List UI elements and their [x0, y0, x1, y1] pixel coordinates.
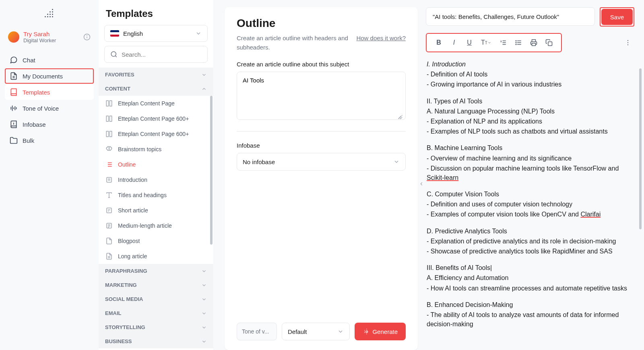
print-button[interactable] [527, 36, 540, 49]
section-business[interactable]: BUSINESS [99, 334, 213, 348]
user-profile[interactable]: Try Sarah Digital Worker [5, 28, 94, 46]
templates-icon [10, 88, 18, 96]
template-etteplan-1[interactable]: Etteplan Content Page [99, 96, 213, 111]
form-title: Outline [237, 17, 406, 30]
nav-tone-label: Tone of Voice [23, 105, 59, 112]
bold-button[interactable]: B [432, 36, 445, 49]
section-content[interactable]: CONTENT [99, 82, 213, 96]
page-icon [105, 115, 113, 123]
app-logo [5, 7, 94, 19]
templates-heading: Templates [99, 0, 213, 25]
svg-line-39 [398, 115, 402, 119]
templates-panel: Templates English FAVORITES CONTENT Ette… [99, 0, 213, 350]
ordered-list-button[interactable] [497, 36, 510, 49]
outline-icon [105, 161, 113, 169]
section-storytelling[interactable]: STORYTELLING [99, 320, 213, 334]
bulk-icon [10, 136, 18, 144]
template-titles[interactable]: Titles and headings [99, 187, 213, 203]
template-introduction[interactable]: Introduction [99, 172, 213, 187]
template-etteplan-3[interactable]: Etteplan Content Page 600+ [99, 126, 213, 142]
svg-point-2 [87, 36, 87, 36]
chevron-down-icon [201, 311, 207, 316]
editor-toolbar: B I U TT [426, 33, 562, 52]
save-button[interactable]: Save [601, 9, 633, 25]
resize-handle[interactable] [398, 113, 402, 117]
svg-point-54 [627, 42, 628, 43]
form-description: Create an article outline with headers a… [237, 34, 348, 52]
chat-icon [10, 56, 18, 64]
template-search[interactable] [104, 46, 208, 63]
page-icon [105, 99, 113, 107]
chevron-down-icon [201, 72, 207, 78]
copy-button[interactable] [543, 36, 555, 49]
chevron-up-icon [201, 86, 207, 92]
section-email[interactable]: EMAIL [99, 306, 213, 320]
section-favorites[interactable]: FAVORITES [99, 68, 213, 82]
infobase-label: Infobase [237, 142, 406, 149]
nav-infobase[interactable]: Infobase [5, 117, 94, 132]
chevron-down-icon [195, 30, 202, 37]
info-icon[interactable] [83, 33, 91, 41]
infobase-icon [10, 120, 18, 128]
page-icon [105, 130, 113, 138]
nav-chat-label: Chat [23, 57, 35, 64]
how-does-it-work-link[interactable]: How does it work? [356, 34, 406, 52]
search-input[interactable] [122, 51, 202, 58]
default-select[interactable]: Default [282, 323, 350, 340]
section-marketing[interactable]: MARKETING [99, 278, 213, 292]
chevron-down-icon [201, 325, 207, 330]
chevron-down-icon [201, 339, 207, 344]
scrollbar[interactable] [210, 96, 213, 245]
subject-label: Create an article outline about this sub… [237, 61, 406, 68]
svg-point-50 [516, 44, 516, 45]
svg-rect-13 [106, 101, 108, 106]
unordered-list-button[interactable] [512, 36, 525, 49]
infobase-select[interactable]: No infobase [237, 153, 406, 171]
magic-icon [363, 328, 369, 335]
underline-button[interactable]: U [463, 36, 476, 49]
template-brainstorm[interactable]: Brainstorm topics [99, 142, 213, 157]
svg-rect-16 [110, 116, 112, 121]
svg-point-48 [516, 41, 516, 41]
nav-bulk[interactable]: Bulk [5, 133, 94, 148]
text-format-button[interactable]: TT [478, 36, 494, 49]
nav-bulk-label: Bulk [23, 137, 34, 144]
svg-point-53 [627, 40, 628, 41]
template-form-panel: Outline Create an article outline with h… [225, 7, 418, 350]
svg-line-40 [400, 117, 402, 119]
template-medium-article[interactable]: Medium-length article [99, 218, 213, 233]
tone-icon [10, 104, 18, 112]
italic-button[interactable]: I [448, 36, 460, 49]
document-title-input[interactable]: "AI tools: Benefits, Challenges, Future … [426, 7, 595, 26]
nav-templates[interactable]: Templates [5, 84, 94, 100]
scrollbar[interactable] [639, 68, 642, 229]
svg-rect-17 [106, 131, 108, 137]
editor-panel: "AI tools: Benefits, Challenges, Future … [418, 0, 644, 350]
file-icon [105, 206, 113, 214]
tone-of-voice-select[interactable]: Tone of v... [237, 323, 277, 340]
save-button-highlight: Save [600, 7, 634, 27]
nav-tone-of-voice[interactable]: Tone of Voice [5, 101, 94, 116]
chevron-down-icon [393, 159, 400, 165]
language-select[interactable]: English [104, 25, 208, 42]
svg-point-49 [516, 42, 516, 43]
template-blogpost[interactable]: Blogpost [99, 233, 213, 249]
chevron-down-icon [201, 296, 207, 302]
template-outline[interactable]: Outline [99, 157, 213, 172]
generate-button[interactable]: Generate [355, 323, 406, 340]
template-long-article[interactable]: Long article [99, 249, 213, 264]
avatar [8, 31, 19, 43]
editor-content[interactable]: I. Introduction - Definition of AI tools… [426, 59, 634, 343]
svg-rect-14 [110, 101, 112, 106]
section-paraphrasing[interactable]: PARAPHRASING [99, 264, 213, 278]
nav-my-documents[interactable]: My Documents [5, 68, 94, 84]
nav-chat[interactable]: Chat [5, 52, 94, 68]
svg-rect-51 [532, 43, 536, 46]
template-short-article[interactable]: Short article [99, 203, 213, 218]
template-etteplan-2[interactable]: Etteplan Content Page 600+ [99, 111, 213, 126]
more-options-button[interactable] [621, 36, 634, 49]
type-icon [105, 191, 113, 199]
user-role: Digital Worker [23, 37, 79, 43]
section-social-media[interactable]: SOCIAL MEDIA [99, 292, 213, 306]
subject-input[interactable] [237, 72, 406, 120]
